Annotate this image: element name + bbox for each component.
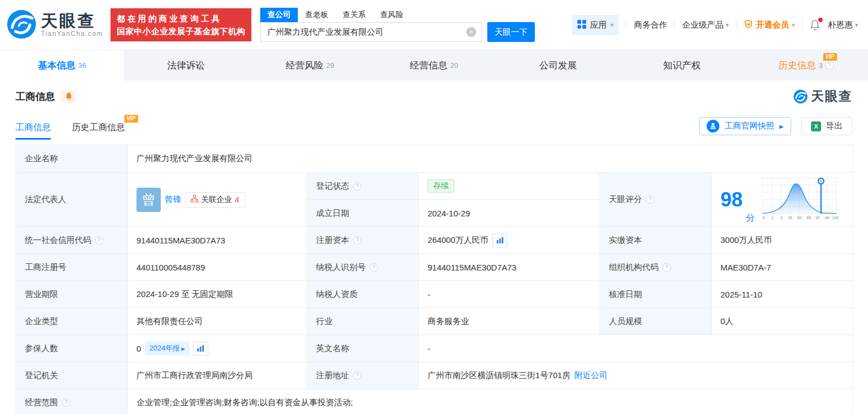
official-snapshot-button[interactable]: 工商官网快照 ▸ (699, 117, 791, 135)
business-scope-label: 经营范围? (16, 389, 128, 414)
notifications-bell-icon[interactable] (809, 19, 820, 31)
vip-membership-button[interactable]: 开通会员 ▾ (744, 20, 795, 30)
svg-text:3: 3 (780, 216, 782, 220)
business-scope-value: 企业管理;企业管理咨询;财务咨询;以自有资金从事投资活动; (128, 389, 853, 414)
help-icon[interactable]: ? (95, 236, 103, 245)
search-tabs: 查公司 查老板 查关系 查风险 (260, 8, 535, 22)
svg-text:50: 50 (797, 216, 802, 220)
help-icon[interactable]: ? (353, 182, 361, 190)
svg-text:100: 100 (832, 216, 839, 220)
tianyancha-logo[interactable]: 天眼查 TianYanCha.com (7, 9, 103, 41)
search-input[interactable] (260, 22, 482, 42)
legal-rep-avatar[interactable]: 曾 (136, 188, 161, 212)
chevron-down-icon: ▾ (611, 22, 614, 29)
arrow-right-icon: ▸ (779, 121, 783, 131)
establish-date-value: 2024-10-29 (419, 200, 600, 227)
tab-operating-info[interactable]: 经营信息20 (372, 50, 496, 81)
tab-operating-risk[interactable]: 经营风险29 (248, 50, 372, 81)
english-name-value: - (419, 335, 853, 362)
reg-capital-label: 注册资本? (307, 227, 419, 254)
establish-date-label: 成立日期 (307, 200, 419, 227)
stamp-icon (707, 120, 719, 132)
help-icon[interactable]: ? (662, 263, 671, 272)
search-tab-risk[interactable]: 查风险 (373, 8, 411, 22)
tab-basic-info[interactable]: 基本信息36 (0, 50, 124, 81)
excel-icon: X (811, 121, 821, 131)
business-info-section: 工商信息 天眼查 工商信息 历史工商信息 VIP (0, 88, 868, 414)
apps-menu-button[interactable]: 应用 ▾ (572, 15, 619, 35)
divider (802, 20, 802, 30)
help-icon[interactable]: ? (646, 195, 654, 204)
subtab-history-business-info[interactable]: 历史工商信息 VIP (72, 122, 125, 140)
nearby-companies-link[interactable]: 附近公司 (574, 370, 607, 381)
taxpayer-id-value: 91440115MAE30D7A73 (419, 254, 600, 281)
enterprise-products-link[interactable]: 企业级产品 ▾ (682, 20, 729, 30)
approval-date-label: 核准日期 (600, 281, 712, 308)
brand-slogan: 都在用的商业查询工具 国家中小企业发展子基金旗下机构 (111, 8, 251, 42)
help-icon[interactable]: ? (825, 61, 834, 70)
org-chart-icon (191, 195, 198, 204)
chevron-down-icon: ▾ (725, 22, 729, 29)
notification-dot (818, 18, 823, 22)
taxpayer-id-label: 纳税人识别号? (307, 254, 419, 281)
subtab-business-info[interactable]: 工商信息 (15, 122, 51, 140)
insured-count-label: 参保人数 (16, 335, 128, 362)
help-icon[interactable]: ? (62, 399, 70, 407)
search-tab-boss[interactable]: 查老板 (298, 8, 335, 22)
approval-date-value: 2025-11-10 (712, 281, 853, 308)
tianyancha-logo-icon (7, 9, 36, 41)
search-tab-relation[interactable]: 查关系 (335, 8, 373, 22)
svg-text:99: 99 (825, 216, 829, 220)
monitor-bell-icon[interactable] (61, 90, 76, 103)
svg-text:97: 97 (816, 216, 820, 220)
related-companies-badge[interactable]: 关联企业 4 (185, 192, 245, 208)
help-icon[interactable]: ? (353, 236, 361, 245)
search-button[interactable]: 天眼一下 (487, 22, 535, 42)
annual-report-badge[interactable]: 2024年报▸ (145, 341, 189, 355)
insured-count-value: 0 2024年报▸ (128, 335, 307, 362)
search-tab-company[interactable]: 查公司 (260, 8, 298, 22)
divider (674, 20, 675, 30)
help-icon[interactable]: ? (370, 263, 378, 272)
vip-badge: VIP (823, 53, 837, 61)
reg-address-label: 注册地址? (307, 362, 419, 389)
paid-capital-value: 3000万人民币 (712, 227, 853, 254)
header: 天眼查 TianYanCha.com 都在用的商业查询工具 国家中小企业发展子基… (0, 0, 868, 50)
arrow-right-icon: ▸ (181, 344, 185, 353)
legal-rep-value: 曾 曾锋 关联企业 4 (128, 173, 307, 227)
legal-rep-name-link[interactable]: 曾锋 (165, 194, 181, 205)
export-button[interactable]: X 导出 (801, 117, 853, 135)
taxpayer-quality-label: 纳税人资质 (307, 281, 419, 308)
tab-legal-proceedings[interactable]: 法律诉讼 (124, 50, 248, 81)
tab-company-development[interactable]: 公司发展 (496, 50, 620, 81)
header-right-nav: 应用 ▾ 商务合作 企业级产品 ▾ 开通会员 ▾ (572, 15, 858, 35)
company-type-value: 其他有限责任公司 (128, 308, 307, 335)
reg-authority-label: 登记机关 (16, 362, 128, 389)
reg-number-value: 440110005448789 (128, 254, 307, 281)
help-icon[interactable]: ? (353, 371, 361, 380)
chevron-down-icon: ▾ (855, 22, 858, 29)
capital-chart-icon[interactable] (492, 233, 507, 247)
legal-rep-label: 法定代表人 (16, 173, 128, 227)
svg-text:85: 85 (807, 216, 811, 220)
tab-intellectual-property[interactable]: 知识产权 (620, 50, 744, 81)
business-term-value: 2024-10-29 至 无固定期限 (128, 281, 307, 308)
business-term-label: 营业期限 (16, 281, 128, 308)
staff-size-value: 0人 (712, 308, 853, 335)
tab-history-info[interactable]: VIP 历史信息3 ? (744, 50, 868, 81)
business-cooperation-link[interactable]: 商务合作 (634, 20, 667, 30)
insured-chart-icon[interactable] (193, 342, 208, 355)
crown-icon (744, 20, 753, 30)
status-badge: 存续 (428, 179, 454, 193)
org-code-label: 组织机构代码? (600, 254, 712, 281)
industry-label: 行业 (307, 308, 419, 335)
reg-status-label: 登记状态? (307, 173, 419, 200)
score-distribution-chart: 0 1 3 15 50 85 97 99 100 (760, 176, 839, 224)
reg-number-label: 工商注册号 (16, 254, 128, 281)
business-info-table: 企业名称 广州聚力现代产业发展有限公司 法定代表人 曾 曾锋 关联企业 4 (15, 145, 853, 414)
clear-search-icon[interactable]: × (466, 27, 476, 37)
user-menu[interactable]: 朴恩惠 ▾ (828, 20, 858, 30)
divider (626, 20, 627, 30)
chevron-down-icon: ▾ (792, 22, 795, 29)
company-nav-tabs: 基本信息36 法律诉讼 经营风险29 经营信息20 公司发展 知识产权 VIP … (0, 50, 868, 81)
